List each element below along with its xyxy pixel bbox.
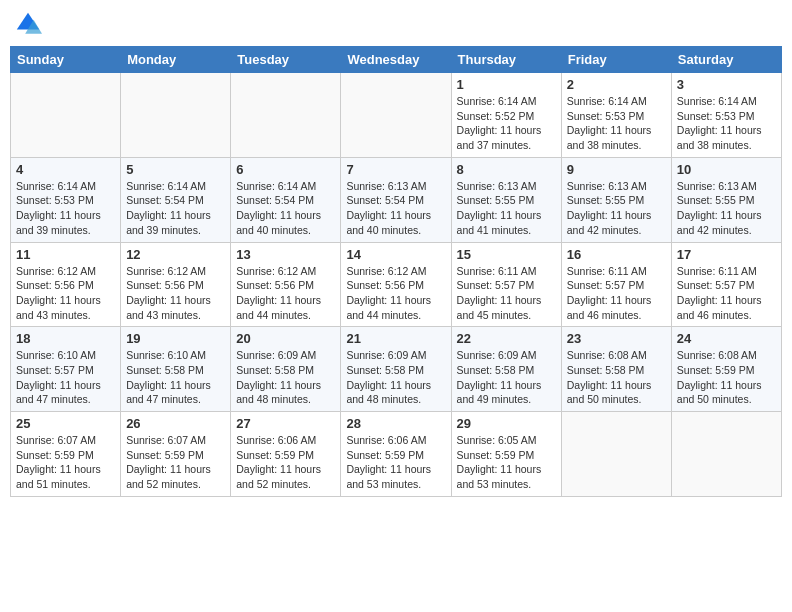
weekday-header: Tuesday bbox=[231, 47, 341, 73]
calendar-cell bbox=[561, 412, 671, 497]
day-number: 28 bbox=[346, 416, 445, 431]
day-number: 20 bbox=[236, 331, 335, 346]
day-number: 7 bbox=[346, 162, 445, 177]
weekday-header: Sunday bbox=[11, 47, 121, 73]
day-number: 29 bbox=[457, 416, 556, 431]
calendar-cell: 14Sunrise: 6:12 AM Sunset: 5:56 PM Dayli… bbox=[341, 242, 451, 327]
calendar-week-row: 18Sunrise: 6:10 AM Sunset: 5:57 PM Dayli… bbox=[11, 327, 782, 412]
day-number: 26 bbox=[126, 416, 225, 431]
calendar-cell: 12Sunrise: 6:12 AM Sunset: 5:56 PM Dayli… bbox=[121, 242, 231, 327]
calendar-cell: 23Sunrise: 6:08 AM Sunset: 5:58 PM Dayli… bbox=[561, 327, 671, 412]
day-info: Sunrise: 6:11 AM Sunset: 5:57 PM Dayligh… bbox=[567, 264, 666, 323]
calendar-cell: 29Sunrise: 6:05 AM Sunset: 5:59 PM Dayli… bbox=[451, 412, 561, 497]
day-info: Sunrise: 6:12 AM Sunset: 5:56 PM Dayligh… bbox=[126, 264, 225, 323]
day-info: Sunrise: 6:07 AM Sunset: 5:59 PM Dayligh… bbox=[126, 433, 225, 492]
calendar-week-row: 11Sunrise: 6:12 AM Sunset: 5:56 PM Dayli… bbox=[11, 242, 782, 327]
calendar-cell: 28Sunrise: 6:06 AM Sunset: 5:59 PM Dayli… bbox=[341, 412, 451, 497]
day-info: Sunrise: 6:13 AM Sunset: 5:55 PM Dayligh… bbox=[567, 179, 666, 238]
calendar-cell: 3Sunrise: 6:14 AM Sunset: 5:53 PM Daylig… bbox=[671, 73, 781, 158]
day-info: Sunrise: 6:14 AM Sunset: 5:53 PM Dayligh… bbox=[677, 94, 776, 153]
day-number: 6 bbox=[236, 162, 335, 177]
weekday-header: Monday bbox=[121, 47, 231, 73]
day-number: 17 bbox=[677, 247, 776, 262]
weekday-header: Wednesday bbox=[341, 47, 451, 73]
day-number: 18 bbox=[16, 331, 115, 346]
calendar-cell: 8Sunrise: 6:13 AM Sunset: 5:55 PM Daylig… bbox=[451, 157, 561, 242]
logo-icon bbox=[14, 10, 42, 38]
day-info: Sunrise: 6:14 AM Sunset: 5:53 PM Dayligh… bbox=[16, 179, 115, 238]
calendar-cell: 21Sunrise: 6:09 AM Sunset: 5:58 PM Dayli… bbox=[341, 327, 451, 412]
day-info: Sunrise: 6:13 AM Sunset: 5:55 PM Dayligh… bbox=[457, 179, 556, 238]
calendar-cell: 13Sunrise: 6:12 AM Sunset: 5:56 PM Dayli… bbox=[231, 242, 341, 327]
calendar-cell: 25Sunrise: 6:07 AM Sunset: 5:59 PM Dayli… bbox=[11, 412, 121, 497]
calendar-cell: 17Sunrise: 6:11 AM Sunset: 5:57 PM Dayli… bbox=[671, 242, 781, 327]
calendar-cell: 6Sunrise: 6:14 AM Sunset: 5:54 PM Daylig… bbox=[231, 157, 341, 242]
day-info: Sunrise: 6:10 AM Sunset: 5:57 PM Dayligh… bbox=[16, 348, 115, 407]
calendar-cell: 15Sunrise: 6:11 AM Sunset: 5:57 PM Dayli… bbox=[451, 242, 561, 327]
day-number: 4 bbox=[16, 162, 115, 177]
day-number: 5 bbox=[126, 162, 225, 177]
calendar-cell bbox=[11, 73, 121, 158]
day-info: Sunrise: 6:11 AM Sunset: 5:57 PM Dayligh… bbox=[457, 264, 556, 323]
calendar-cell: 2Sunrise: 6:14 AM Sunset: 5:53 PM Daylig… bbox=[561, 73, 671, 158]
calendar-table: SundayMondayTuesdayWednesdayThursdayFrid… bbox=[10, 46, 782, 497]
day-number: 27 bbox=[236, 416, 335, 431]
calendar-cell: 19Sunrise: 6:10 AM Sunset: 5:58 PM Dayli… bbox=[121, 327, 231, 412]
day-number: 25 bbox=[16, 416, 115, 431]
calendar-cell: 20Sunrise: 6:09 AM Sunset: 5:58 PM Dayli… bbox=[231, 327, 341, 412]
day-number: 23 bbox=[567, 331, 666, 346]
day-info: Sunrise: 6:08 AM Sunset: 5:59 PM Dayligh… bbox=[677, 348, 776, 407]
day-info: Sunrise: 6:09 AM Sunset: 5:58 PM Dayligh… bbox=[236, 348, 335, 407]
calendar-cell: 5Sunrise: 6:14 AM Sunset: 5:54 PM Daylig… bbox=[121, 157, 231, 242]
weekday-header: Friday bbox=[561, 47, 671, 73]
calendar-cell bbox=[671, 412, 781, 497]
day-info: Sunrise: 6:13 AM Sunset: 5:55 PM Dayligh… bbox=[677, 179, 776, 238]
calendar-cell: 22Sunrise: 6:09 AM Sunset: 5:58 PM Dayli… bbox=[451, 327, 561, 412]
day-number: 8 bbox=[457, 162, 556, 177]
day-number: 10 bbox=[677, 162, 776, 177]
calendar-week-row: 25Sunrise: 6:07 AM Sunset: 5:59 PM Dayli… bbox=[11, 412, 782, 497]
calendar-week-row: 1Sunrise: 6:14 AM Sunset: 5:52 PM Daylig… bbox=[11, 73, 782, 158]
day-info: Sunrise: 6:14 AM Sunset: 5:53 PM Dayligh… bbox=[567, 94, 666, 153]
calendar-cell bbox=[341, 73, 451, 158]
day-number: 11 bbox=[16, 247, 115, 262]
calendar-cell: 7Sunrise: 6:13 AM Sunset: 5:54 PM Daylig… bbox=[341, 157, 451, 242]
day-number: 3 bbox=[677, 77, 776, 92]
day-number: 21 bbox=[346, 331, 445, 346]
day-number: 19 bbox=[126, 331, 225, 346]
calendar-cell: 1Sunrise: 6:14 AM Sunset: 5:52 PM Daylig… bbox=[451, 73, 561, 158]
day-info: Sunrise: 6:12 AM Sunset: 5:56 PM Dayligh… bbox=[346, 264, 445, 323]
day-info: Sunrise: 6:11 AM Sunset: 5:57 PM Dayligh… bbox=[677, 264, 776, 323]
day-number: 16 bbox=[567, 247, 666, 262]
day-info: Sunrise: 6:09 AM Sunset: 5:58 PM Dayligh… bbox=[346, 348, 445, 407]
calendar-header-row: SundayMondayTuesdayWednesdayThursdayFrid… bbox=[11, 47, 782, 73]
calendar-cell: 26Sunrise: 6:07 AM Sunset: 5:59 PM Dayli… bbox=[121, 412, 231, 497]
day-info: Sunrise: 6:06 AM Sunset: 5:59 PM Dayligh… bbox=[236, 433, 335, 492]
day-info: Sunrise: 6:13 AM Sunset: 5:54 PM Dayligh… bbox=[346, 179, 445, 238]
day-info: Sunrise: 6:05 AM Sunset: 5:59 PM Dayligh… bbox=[457, 433, 556, 492]
page-header bbox=[10, 10, 782, 38]
day-info: Sunrise: 6:07 AM Sunset: 5:59 PM Dayligh… bbox=[16, 433, 115, 492]
weekday-header: Saturday bbox=[671, 47, 781, 73]
day-info: Sunrise: 6:06 AM Sunset: 5:59 PM Dayligh… bbox=[346, 433, 445, 492]
day-info: Sunrise: 6:14 AM Sunset: 5:54 PM Dayligh… bbox=[236, 179, 335, 238]
day-info: Sunrise: 6:09 AM Sunset: 5:58 PM Dayligh… bbox=[457, 348, 556, 407]
day-number: 14 bbox=[346, 247, 445, 262]
day-info: Sunrise: 6:12 AM Sunset: 5:56 PM Dayligh… bbox=[16, 264, 115, 323]
day-number: 24 bbox=[677, 331, 776, 346]
calendar-cell: 27Sunrise: 6:06 AM Sunset: 5:59 PM Dayli… bbox=[231, 412, 341, 497]
day-info: Sunrise: 6:12 AM Sunset: 5:56 PM Dayligh… bbox=[236, 264, 335, 323]
calendar-cell: 24Sunrise: 6:08 AM Sunset: 5:59 PM Dayli… bbox=[671, 327, 781, 412]
calendar-cell: 18Sunrise: 6:10 AM Sunset: 5:57 PM Dayli… bbox=[11, 327, 121, 412]
day-number: 13 bbox=[236, 247, 335, 262]
calendar-cell: 16Sunrise: 6:11 AM Sunset: 5:57 PM Dayli… bbox=[561, 242, 671, 327]
calendar-week-row: 4Sunrise: 6:14 AM Sunset: 5:53 PM Daylig… bbox=[11, 157, 782, 242]
calendar-cell bbox=[231, 73, 341, 158]
day-info: Sunrise: 6:14 AM Sunset: 5:54 PM Dayligh… bbox=[126, 179, 225, 238]
logo bbox=[14, 10, 46, 38]
day-info: Sunrise: 6:14 AM Sunset: 5:52 PM Dayligh… bbox=[457, 94, 556, 153]
day-info: Sunrise: 6:08 AM Sunset: 5:58 PM Dayligh… bbox=[567, 348, 666, 407]
day-number: 1 bbox=[457, 77, 556, 92]
day-number: 2 bbox=[567, 77, 666, 92]
day-number: 22 bbox=[457, 331, 556, 346]
